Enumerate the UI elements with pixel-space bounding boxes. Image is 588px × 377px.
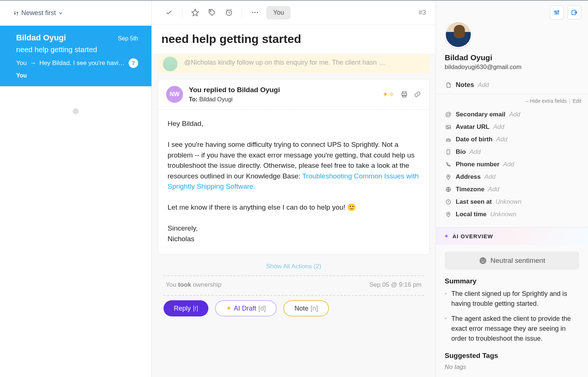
message-thread: @Nicholas kindly follow up on this enqui… — [152, 54, 435, 333]
svg-point-16 — [448, 176, 449, 177]
sender-avatar: NW — [166, 86, 183, 103]
customer-sidebar: Bildad Oyugi bildadoyugi630@gmail.com No… — [436, 0, 588, 377]
sort-icon — [13, 10, 19, 16]
bio-icon — [445, 149, 452, 155]
svg-point-22 — [484, 260, 484, 260]
notes-label: Notes — [456, 81, 474, 89]
at-icon: @ — [445, 111, 452, 118]
svg-point-3 — [254, 12, 256, 13]
assignee-pill[interactable]: You — [266, 6, 291, 19]
list-header: Newest first — [0, 0, 151, 26]
chevron-down-icon — [58, 11, 63, 16]
ticket-number: #3 — [419, 9, 426, 17]
field-secondary-email: @ Secondary email Add — [445, 108, 579, 121]
action-buttons: Reply [r] ✦ AI Draft [d] Note [n] — [158, 296, 430, 327]
phone-icon — [445, 162, 452, 167]
loading-indicator — [73, 108, 79, 114]
sentiment-badge: Neutral sentiment — [445, 251, 579, 270]
settings-icon[interactable] — [550, 6, 564, 19]
star-icon[interactable] — [187, 5, 203, 20]
conversation-assignee: You — [16, 72, 138, 79]
hide-fields-link[interactable]: – Hide extra fields — [526, 98, 567, 104]
svg-point-19 — [448, 213, 449, 214]
more-icon[interactable] — [247, 5, 263, 20]
summary-item: The client signed up for Sprightly and i… — [445, 289, 579, 309]
unread-badge: 7 — [129, 58, 138, 68]
customer-email[interactable]: bildadoyugi630@gmail.com — [445, 64, 579, 71]
sparkles-icon: ✦ — [444, 233, 449, 240]
no-tags-text: No tags — [445, 363, 579, 371]
separator — [242, 7, 242, 18]
notes-add[interactable]: Add — [478, 81, 489, 89]
conversation-detail-panel: You #3 need help getting started @Nichol… — [152, 0, 436, 377]
clock-icon — [445, 199, 452, 205]
field-address: Address Add — [445, 171, 579, 183]
svg-point-13 — [447, 126, 448, 127]
note-button[interactable]: Note [n] — [283, 300, 329, 316]
conversation-list-panel: Newest first Bildad Oyugi Sep 5th need h… — [0, 0, 152, 377]
cake-icon — [445, 137, 452, 142]
conversation-subject-heading: need help getting started — [152, 25, 435, 54]
ai-overview-body: Neutral sentiment Summary The client sig… — [436, 245, 588, 377]
conversation-item[interactable]: Bildad Oyugi Sep 5th need help getting s… — [0, 26, 151, 86]
conversation-name: Bildad Oyugi — [16, 33, 66, 43]
reply-button[interactable]: Reply [r] — [164, 300, 208, 316]
field-avatar-url: Avatar URL Add — [445, 121, 579, 133]
field-phone: Phone number Add — [445, 158, 579, 171]
toolbar: You #3 — [152, 0, 435, 25]
note-icon — [445, 82, 452, 88]
customer-name: Bildad Oyugi — [445, 53, 579, 62]
link-icon[interactable] — [414, 91, 421, 98]
sort-button[interactable]: Newest first — [13, 9, 63, 17]
svg-point-10 — [558, 11, 559, 12]
print-icon[interactable] — [401, 91, 408, 98]
field-bio: Bio Add — [445, 146, 579, 158]
notes-row: Notes Add — [436, 76, 588, 94]
svg-point-20 — [479, 257, 486, 264]
svg-rect-15 — [447, 150, 450, 154]
field-list: @ Secondary email Add Avatar URL Add Dat… — [436, 108, 588, 227]
sort-label: Newest first — [21, 9, 56, 17]
summary-item: The agent asked the client to provide th… — [445, 314, 579, 344]
svg-point-21 — [481, 260, 482, 260]
edit-fields-link[interactable]: Edit — [573, 98, 581, 104]
globe-icon — [445, 186, 452, 192]
conversation-date: Sep 5th — [118, 35, 138, 42]
message-title: You replied to Bildad Oyugi — [189, 86, 376, 94]
ownership-timestamp: Sep 05 @ 9:16 pm — [369, 281, 422, 289]
expand-icon[interactable] — [567, 6, 581, 19]
tags-heading: Suggested Tags — [445, 352, 579, 360]
svg-point-0 — [210, 11, 211, 12]
ai-overview-header[interactable]: ✦ AI OVERVIEW — [436, 227, 588, 245]
image-icon — [445, 124, 452, 130]
sparkles-icon[interactable]: ✦✧ — [382, 90, 395, 99]
ai-draft-button[interactable]: ✦ AI Draft [d] — [215, 300, 277, 316]
pin-icon — [445, 211, 452, 217]
show-all-actions[interactable]: Show All Actions (2) — [158, 258, 430, 275]
field-local-time: Local time Unknown — [445, 208, 579, 221]
summary-heading: Summary — [445, 277, 579, 285]
message-card: NW You replied to Bildad Oyugi To: Bilda… — [158, 79, 430, 255]
conversation-preview: You → Hey Bildad, I see you're havi… — [16, 59, 125, 67]
field-dob: Date of birth Add — [445, 133, 579, 146]
pin-icon — [445, 174, 452, 180]
svg-point-9 — [556, 13, 557, 14]
ownership-event: You took ownership Sep 05 @ 9:16 pm — [158, 276, 430, 295]
message-body: Hey Bildad, I see you're having some dif… — [158, 110, 429, 254]
fields-controls: – Hide extra fields | Edit — [436, 94, 588, 108]
svg-point-4 — [257, 12, 258, 13]
svg-rect-23 — [481, 262, 484, 262]
checkmark-icon[interactable] — [161, 5, 177, 20]
message-header: NW You replied to Bildad Oyugi To: Bilda… — [158, 79, 429, 110]
field-timezone: Timezone Add — [445, 183, 579, 196]
snooze-icon[interactable] — [221, 5, 237, 20]
customer-profile: Bildad Oyugi bildadoyugi630@gmail.com — [436, 19, 588, 76]
summary-list: The client signed up for Sprightly and i… — [445, 289, 579, 344]
previous-note[interactable]: @Nicholas kindly follow up on this enqui… — [158, 54, 430, 73]
conversation-subject: need help getting started — [16, 46, 138, 54]
customer-avatar — [445, 21, 472, 48]
svg-point-2 — [252, 12, 254, 13]
message-recipient: To: Bildad Oyugi — [189, 96, 376, 103]
tag-icon[interactable] — [204, 5, 220, 20]
neutral-face-icon — [479, 257, 487, 265]
